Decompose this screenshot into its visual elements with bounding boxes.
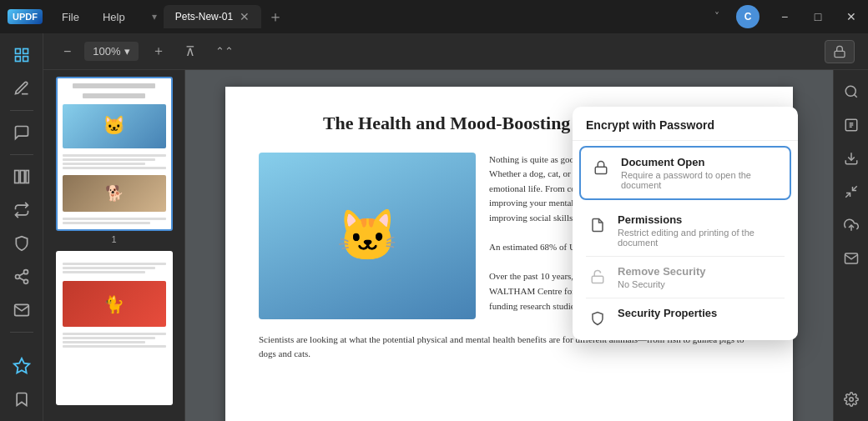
svg-point-7 bbox=[23, 270, 28, 274]
svg-line-20 bbox=[845, 193, 850, 198]
content-area: 🐱 🐕 bbox=[43, 70, 868, 421]
thumbnail-panel: 🐱 🐕 bbox=[43, 70, 185, 421]
sidebar-icon-viewer[interactable] bbox=[7, 40, 37, 70]
sidebar-icon-organize[interactable] bbox=[7, 162, 37, 192]
close-button[interactable]: ✕ bbox=[835, 0, 868, 33]
file-icon bbox=[588, 215, 608, 235]
sidebar-divider-3 bbox=[10, 332, 33, 333]
svg-point-16 bbox=[845, 86, 855, 96]
right-icon-search[interactable] bbox=[836, 77, 866, 107]
svg-point-8 bbox=[15, 275, 19, 279]
svg-rect-2 bbox=[15, 57, 20, 62]
tab-dropdown-chevron[interactable]: ▾ bbox=[145, 11, 164, 23]
fit-width-button[interactable]: ⌃⌃ bbox=[209, 42, 240, 61]
titlebar-chevron-icon[interactable]: ˅ bbox=[706, 11, 728, 23]
svg-line-17 bbox=[854, 94, 856, 97]
svg-line-21 bbox=[852, 186, 856, 190]
dropdown-item-remove-security[interactable]: Remove Security No Security bbox=[573, 257, 798, 298]
dropdown-item-security-properties[interactable]: Security Properties bbox=[573, 298, 798, 340]
thumbnail-page-1[interactable]: 🐱 🐕 bbox=[50, 77, 178, 244]
dropdown-item-permissions-title: Permissions bbox=[618, 213, 783, 226]
titlebar-controls: ˅ C − □ ✕ bbox=[706, 0, 868, 33]
dropdown-item-remove-security-desc: No Security bbox=[618, 279, 783, 289]
zoom-chevron-icon: ▾ bbox=[124, 45, 130, 58]
svg-rect-6 bbox=[26, 171, 28, 183]
sidebar bbox=[0, 33, 43, 421]
tab-bar: ▾ Pets-New-01 ✕ ＋ bbox=[145, 5, 706, 28]
svg-point-9 bbox=[23, 279, 28, 283]
sidebar-icon-convert[interactable] bbox=[7, 195, 37, 225]
updf-logo-text: UPDF bbox=[8, 9, 43, 24]
right-icon-settings[interactable] bbox=[836, 384, 866, 414]
svg-rect-1 bbox=[23, 49, 28, 54]
zoom-out-button[interactable]: − bbox=[57, 41, 78, 63]
svg-rect-15 bbox=[592, 276, 603, 283]
fit-page-button[interactable]: ⊼ bbox=[179, 40, 202, 63]
titlebar: UPDF File Help ▾ Pets-New-01 ✕ ＋ ˅ C − □… bbox=[0, 0, 868, 33]
svg-rect-14 bbox=[595, 167, 607, 173]
pdf-viewer: The Health and Mood-Boosting Benefits of… bbox=[185, 70, 833, 421]
tab-close-btn[interactable]: ✕ bbox=[240, 10, 250, 23]
sidebar-icon-edit[interactable] bbox=[7, 73, 37, 103]
thumb-img-2: 🐈 bbox=[56, 251, 173, 405]
right-icon-ocr[interactable] bbox=[836, 110, 866, 140]
dropdown-item-security-properties-title: Security Properties bbox=[618, 307, 783, 319]
svg-point-23 bbox=[849, 398, 853, 402]
right-icon-upload[interactable] bbox=[836, 210, 866, 240]
dropdown-encrypt-menu: Encrypt with Password Document Open Requ… bbox=[573, 107, 798, 340]
zoom-value: 100% bbox=[93, 45, 120, 58]
dropdown-item-permissions[interactable]: Permissions Restrict editing and printin… bbox=[573, 205, 798, 256]
menu-file[interactable]: File bbox=[50, 6, 91, 28]
dropdown-item-permissions-text: Permissions Restrict editing and printin… bbox=[618, 213, 783, 248]
svg-rect-3 bbox=[23, 57, 28, 62]
right-icon-mail[interactable] bbox=[836, 243, 866, 273]
zoom-in-button[interactable]: ＋ bbox=[145, 39, 172, 63]
dropdown-item-permissions-desc: Restrict editing and printing of the doc… bbox=[618, 228, 783, 248]
dropdown-header: Encrypt with Password bbox=[573, 107, 798, 141]
minimize-button[interactable]: − bbox=[768, 0, 801, 33]
tab-label: Pets-New-01 bbox=[175, 11, 233, 23]
maximize-button[interactable]: □ bbox=[801, 0, 835, 33]
toolbar: − 100% ▾ ＋ ⊼ ⌃⌃ bbox=[43, 33, 868, 70]
menu-help[interactable]: Help bbox=[91, 6, 137, 28]
svg-line-10 bbox=[19, 278, 24, 280]
dropdown-item-remove-security-title: Remove Security bbox=[618, 265, 783, 278]
sidebar-icon-share[interactable] bbox=[7, 262, 37, 292]
svg-rect-0 bbox=[15, 49, 20, 54]
svg-rect-4 bbox=[14, 171, 18, 183]
svg-line-11 bbox=[19, 273, 24, 275]
thumb-img-1: 🐱 🐕 bbox=[56, 77, 173, 231]
sidebar-icon-email[interactable] bbox=[7, 295, 37, 325]
sidebar-icon-comment[interactable] bbox=[7, 118, 37, 148]
sidebar-icon-bookmark[interactable] bbox=[7, 384, 37, 414]
right-icon-extract[interactable] bbox=[836, 143, 866, 173]
svg-rect-5 bbox=[20, 171, 24, 183]
sidebar-divider-2 bbox=[10, 154, 33, 155]
dropdown-item-document-open[interactable]: Document Open Require a password to open… bbox=[579, 146, 791, 200]
lock-open-icon bbox=[588, 267, 608, 287]
thumb-page-number: 1 bbox=[111, 234, 116, 244]
shield-icon bbox=[588, 308, 608, 328]
dropdown-item-remove-security-text: Remove Security No Security bbox=[618, 265, 783, 289]
zoom-display[interactable]: 100% ▾ bbox=[84, 42, 138, 61]
svg-marker-12 bbox=[13, 358, 28, 373]
pdf-cat-image: 🐱 bbox=[259, 153, 476, 319]
security-lock-button[interactable] bbox=[825, 40, 855, 63]
new-tab-button[interactable]: ＋ bbox=[261, 7, 290, 27]
right-icon-compress[interactable] bbox=[836, 177, 866, 207]
dropdown-item-document-open-text: Document Open Require a password to open… bbox=[621, 156, 780, 190]
tab-pets[interactable]: Pets-New-01 ✕ bbox=[164, 5, 261, 28]
user-avatar[interactable]: C bbox=[736, 5, 760, 28]
sidebar-icon-ai[interactable] bbox=[7, 351, 37, 381]
lock-icon bbox=[591, 158, 611, 178]
svg-rect-13 bbox=[835, 51, 845, 57]
dropdown-item-document-open-title: Document Open bbox=[621, 156, 780, 168]
sidebar-divider-1 bbox=[10, 110, 33, 111]
main-area: − 100% ▾ ＋ ⊼ ⌃⌃ bbox=[0, 33, 868, 421]
thumbnail-page-2[interactable]: 🐈 bbox=[50, 251, 178, 405]
dropdown-item-document-open-desc: Require a password to open the document bbox=[621, 170, 780, 190]
sidebar-icon-protect[interactable] bbox=[7, 228, 37, 258]
app-logo: UPDF bbox=[0, 9, 50, 24]
titlebar-menu: File Help bbox=[50, 6, 137, 28]
dropdown-item-security-properties-text: Security Properties bbox=[618, 307, 783, 321]
